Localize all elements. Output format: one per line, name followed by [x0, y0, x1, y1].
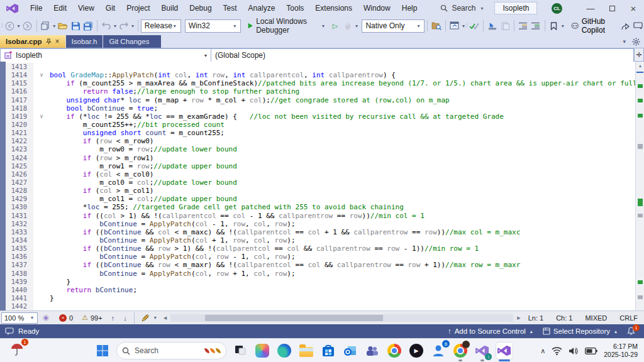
taskbar-clock[interactable]: 6:17 PM 2025-10-29: [604, 343, 638, 359]
error-count[interactable]: × 0: [55, 314, 77, 322]
platform-select[interactable]: Win32▾: [185, 19, 242, 33]
close-tab-icon[interactable]: ×: [55, 37, 60, 46]
menu-file[interactable]: File: [25, 0, 48, 16]
code-line[interactable]: 1428if (col > m_col1): [6, 187, 635, 195]
navigate-forward-button[interactable]: [21, 19, 34, 33]
menu-view[interactable]: View: [72, 0, 100, 16]
restore-button[interactable]: [601, 0, 623, 16]
pin-icon[interactable]: [46, 38, 52, 45]
menu-build[interactable]: Build: [156, 0, 184, 16]
tab-isobar-cpp[interactable]: Isobar.cpp ×: [0, 35, 65, 48]
next-issue-button[interactable]: ↓: [119, 314, 131, 322]
code-line[interactable]: 1423m_row0 = row;//update lower bound: [6, 145, 635, 153]
undo-dropdown[interactable]: ▾: [113, 23, 118, 29]
code-line[interactable]: 1417unsigned char* loc = (m_map + row * …: [6, 96, 635, 104]
menu-test[interactable]: Test: [218, 0, 243, 16]
code-line[interactable]: 1413: [6, 63, 635, 71]
taskbar-edge-button[interactable]: [276, 343, 292, 359]
redo-dropdown[interactable]: ▾: [130, 23, 135, 29]
code-line[interactable]: 1432bContinue = ApplyPatch(col - 1, row,…: [6, 220, 635, 228]
close-button[interactable]: ×: [623, 0, 644, 16]
tab-git-changes[interactable]: Git Changes: [103, 35, 161, 48]
tray-chevron-icon[interactable]: ∧: [540, 347, 545, 355]
code-line[interactable]: 1430*loc = 255; //targeted Grade cell ge…: [6, 203, 635, 211]
save-button[interactable]: [69, 19, 82, 33]
menu-git[interactable]: Git: [100, 0, 121, 16]
code-line[interactable]: 1442: [6, 302, 635, 310]
github-copilot-button[interactable]: GitHub Copilot: [570, 19, 619, 33]
decrease-indent-button[interactable]: [517, 19, 530, 33]
taskbar-search[interactable]: Search: [116, 342, 226, 359]
code-line[interactable]: 1420m_count255++;//bit processed count: [6, 121, 635, 129]
tab-list-dropdown[interactable]: ▾: [621, 38, 627, 45]
feedback-bubble-icon[interactable]: [5, 327, 14, 335]
task-view-button[interactable]: [232, 343, 248, 359]
start-without-debugging-button[interactable]: ▷: [329, 19, 341, 33]
tab-isobar-h[interactable]: Isobar.h: [66, 35, 103, 48]
bookmark-dropdown[interactable]: ▾: [560, 23, 565, 29]
code-line[interactable]: 1414∨bool GradeMap::ApplyPatch(int col, …: [6, 71, 635, 79]
run-tests-button[interactable]: [468, 19, 480, 33]
code-line[interactable]: 1439}: [6, 278, 635, 286]
encoding-indicator[interactable]: MIXED: [579, 314, 613, 322]
code-line[interactable]: 1438bContinue = ApplyPatch(col, row + 1,…: [6, 270, 635, 278]
zoom-select[interactable]: 100 % ▾: [1, 312, 38, 324]
code-line[interactable]: 1434bContinue = ApplyPatch(col + 1, row,…: [6, 236, 635, 244]
menu-extensions[interactable]: Extensions: [309, 0, 358, 16]
menu-project[interactable]: Project: [121, 0, 155, 16]
menu-tools[interactable]: Tools: [280, 0, 309, 16]
taskbar-store-button[interactable]: [320, 343, 336, 359]
taskbar-media-player-button[interactable]: ▶: [408, 343, 425, 359]
configuration-select[interactable]: Release▾: [141, 19, 181, 33]
code-editor[interactable]: 14131414∨bool GradeMap::ApplyPatch(int c…: [0, 62, 644, 310]
code-cleanup-button[interactable]: ▾: [137, 314, 162, 322]
taskbar-chrome-profile-button[interactable]: [452, 343, 469, 359]
code-line[interactable]: 1431if ((col > 1) && !(callparentcol == …: [6, 212, 635, 220]
taskbar-copilot-button[interactable]: [254, 343, 270, 359]
toolbar-grip[interactable]: ⁞: [466, 23, 467, 29]
cursor-column[interactable]: Ch: 1: [550, 314, 579, 322]
scroll-right-icon[interactable]: ▸: [516, 314, 522, 322]
notifications-button[interactable]: 1: [627, 327, 635, 336]
undo-button[interactable]: [100, 19, 113, 33]
scroll-up-icon[interactable]: ▴: [636, 62, 644, 70]
battery-icon[interactable]: [585, 348, 597, 354]
scroll-left-icon[interactable]: ◂: [162, 314, 169, 322]
new-project-button[interactable]: [39, 19, 52, 33]
warning-count[interactable]: ⚠ 99+: [77, 314, 107, 322]
caret-navigation-button[interactable]: [486, 19, 499, 33]
code-line[interactable]: 1427m_col0 = col;//update lower bound: [6, 178, 635, 187]
new-project-dropdown[interactable]: ▾: [52, 23, 57, 29]
wifi-icon[interactable]: [552, 347, 562, 355]
save-all-button[interactable]: [82, 19, 94, 33]
taskbar-file-explorer-button[interactable]: [298, 343, 314, 359]
solution-explorer-sync-button[interactable]: [448, 19, 461, 33]
code-line[interactable]: 1426if (col < m_col0): [6, 170, 635, 178]
code-line[interactable]: 1440return bContinue;: [6, 286, 635, 294]
fold-collapse-icon[interactable]: ∨: [33, 112, 50, 121]
account-avatar[interactable]: CL: [552, 3, 562, 14]
scope-dropdown[interactable]: (Global Scope): [211, 48, 634, 62]
send-feedback-button[interactable]: [631, 19, 644, 33]
menu-analyze[interactable]: Analyze: [243, 0, 281, 16]
bookmark-button[interactable]: [548, 19, 560, 33]
hot-reload-button[interactable]: [341, 19, 354, 33]
code-line[interactable]: 1419∨if (*loc != 255 && *loc == m_examGr…: [6, 112, 635, 121]
taskbar-outlook-button[interactable]: [342, 343, 358, 359]
share-button[interactable]: [619, 19, 631, 33]
health-indicator-icon[interactable]: [38, 314, 55, 322]
open-file-button[interactable]: [57, 19, 69, 33]
taskbar-teams-button[interactable]: [364, 343, 380, 359]
menu-debug[interactable]: Debug: [184, 0, 217, 16]
code-line[interactable]: 1421unsigned short count = m_count255;: [6, 129, 635, 137]
vs-search-control[interactable]: Search ▾: [434, 3, 491, 14]
find-in-files-button[interactable]: [430, 19, 443, 33]
line-ending-indicator[interactable]: CRLF: [613, 314, 644, 322]
taskbar-chrome-button[interactable]: [386, 343, 402, 359]
menu-edit[interactable]: Edit: [48, 0, 72, 16]
taskbar-visual-studio-button[interactable]: [496, 343, 513, 359]
redo-button[interactable]: [118, 19, 130, 33]
vertical-scrollbar[interactable]: ▴: [635, 62, 644, 310]
code-line[interactable]: 1418bool bContinue = true;: [6, 104, 635, 112]
code-line[interactable]: 1436bContinue = ApplyPatch(col, row - 1,…: [6, 253, 635, 261]
